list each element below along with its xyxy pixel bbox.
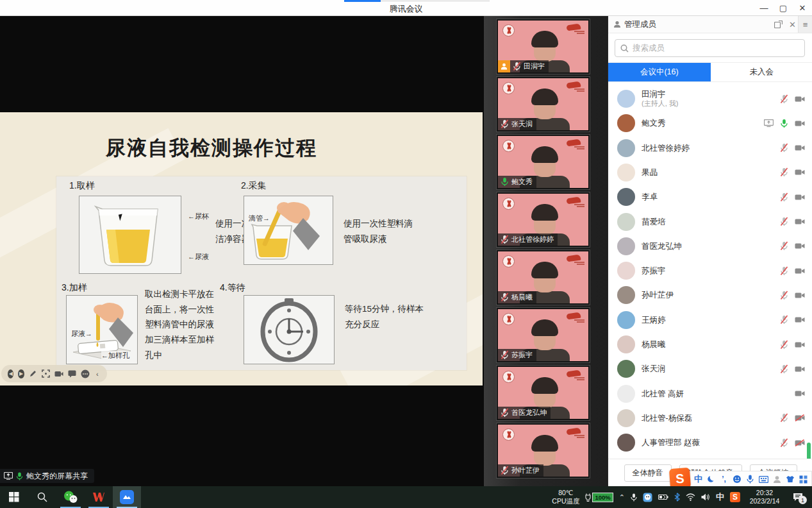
- video-tile[interactable]: 张天润: [497, 77, 590, 131]
- member-row[interactable]: 田润宇 (主持人, 我): [608, 87, 812, 111]
- member-row[interactable]: 李卓: [608, 185, 812, 209]
- camera-off-icon[interactable]: [795, 218, 805, 225]
- camera-off-icon[interactable]: [795, 194, 805, 201]
- mic-muted-icon[interactable]: [780, 266, 788, 276]
- member-row[interactable]: 北社管 高妍: [608, 382, 812, 406]
- mic-muted-icon[interactable]: [780, 241, 788, 251]
- ime-chinese-mode-icon[interactable]: 中: [694, 474, 702, 484]
- camera-icon[interactable]: [54, 369, 63, 378]
- mic-muted-icon[interactable]: [780, 340, 788, 350]
- video-tile[interactable]: 孙叶芷伊: [497, 423, 590, 478]
- mic-muted-icon[interactable]: [780, 438, 788, 448]
- camera-off-slash-icon[interactable]: [795, 439, 805, 446]
- tray-volume-icon[interactable]: [701, 493, 710, 501]
- wps-taskbar-icon[interactable]: [85, 486, 113, 508]
- member-row[interactable]: 张天润: [608, 357, 812, 381]
- mic-muted-icon[interactable]: [780, 217, 788, 226]
- clock[interactable]: 20:32 2023/2/14: [746, 489, 783, 505]
- popout-panel-icon[interactable]: [774, 21, 783, 28]
- camera-off-icon[interactable]: [795, 341, 805, 348]
- member-row[interactable]: 鲍文秀: [608, 111, 812, 135]
- tencent-meeting-taskbar-icon[interactable]: [113, 486, 141, 508]
- video-tile[interactable]: 田润宇: [497, 19, 590, 74]
- member-row[interactable]: 杨晨曦: [608, 332, 812, 357]
- tray-battery-icon[interactable]: [658, 494, 668, 500]
- mic-muted-icon[interactable]: [780, 167, 788, 177]
- chat-icon[interactable]: [68, 369, 76, 378]
- ime-mic-icon[interactable]: [746, 474, 754, 484]
- tray-expand-icon[interactable]: ⌃: [619, 493, 625, 502]
- ime-keyboard-icon[interactable]: [759, 474, 768, 484]
- close-button[interactable]: ✕: [793, 0, 812, 16]
- camera-off-icon[interactable]: [795, 169, 805, 176]
- ime-skin-icon[interactable]: [786, 474, 795, 484]
- next-slide-icon[interactable]: ▶: [18, 369, 24, 378]
- tray-ime-lang[interactable]: 中: [716, 491, 724, 503]
- tray-wifi-icon[interactable]: [686, 493, 695, 501]
- tab-not-joined[interactable]: 未入会: [711, 63, 812, 81]
- action-center-icon[interactable]: 1: [793, 493, 803, 502]
- collapse-toolbar-icon[interactable]: ‹: [94, 369, 101, 378]
- mic-muted-icon: [501, 119, 509, 129]
- ime-moon-icon[interactable]: [707, 474, 715, 484]
- member-row[interactable]: 北社管-杨保磊: [608, 406, 812, 430]
- member-row[interactable]: 果晶: [608, 160, 812, 185]
- battery-status[interactable]: 100%: [585, 493, 613, 502]
- more-options-icon[interactable]: [81, 369, 90, 378]
- camera-off-icon[interactable]: [795, 292, 805, 299]
- tray-bluetooth-icon[interactable]: [674, 493, 680, 502]
- taskbar-search-button[interactable]: [28, 486, 56, 508]
- ime-emoji-icon[interactable]: [733, 474, 742, 484]
- mic-muted-icon[interactable]: [780, 413, 788, 423]
- mic-on-icon[interactable]: [780, 119, 788, 128]
- camera-off-icon[interactable]: [795, 366, 805, 373]
- video-tile[interactable]: 鲍文秀: [497, 135, 590, 189]
- camera-off-icon[interactable]: [795, 144, 805, 151]
- member-row[interactable]: 人事管理部 赵薇: [608, 430, 812, 455]
- tray-mic-icon[interactable]: [631, 493, 637, 502]
- member-row[interactable]: 北社管徐婷婷: [608, 136, 812, 160]
- ime-account-icon[interactable]: [773, 474, 781, 484]
- member-row[interactable]: 王炳婷: [608, 308, 812, 332]
- mic-muted-icon[interactable]: [780, 315, 788, 325]
- search-input[interactable]: [633, 44, 799, 53]
- video-tile[interactable]: 苏振宇: [497, 308, 590, 362]
- camera-off-slash-icon[interactable]: [795, 414, 805, 421]
- member-row[interactable]: 苏振宇: [608, 258, 812, 283]
- ime-toolbox-icon[interactable]: [799, 474, 808, 484]
- prev-slide-icon[interactable]: ◀: [8, 369, 13, 378]
- pencil-annotate-icon[interactable]: [29, 369, 37, 378]
- minimize-button[interactable]: —: [754, 0, 774, 16]
- camera-off-icon[interactable]: [795, 316, 805, 323]
- member-row[interactable]: 首医龙弘坤: [608, 234, 812, 258]
- video-tile[interactable]: 首医龙弘坤: [497, 366, 590, 420]
- video-tile[interactable]: 杨晨曦: [497, 250, 590, 305]
- camera-off-icon[interactable]: [795, 390, 805, 397]
- mic-muted-icon[interactable]: [780, 291, 788, 300]
- mic-muted-icon[interactable]: [780, 94, 788, 104]
- camera-off-icon[interactable]: [795, 242, 805, 250]
- camera-off-icon[interactable]: [795, 96, 805, 103]
- start-button[interactable]: [0, 486, 28, 508]
- panel-menu-button[interactable]: ≡: [798, 16, 812, 33]
- mute-all-button[interactable]: 全体静音: [624, 464, 672, 482]
- mic-muted-icon[interactable]: [780, 143, 788, 153]
- wechat-taskbar-icon[interactable]: [56, 486, 85, 508]
- member-row[interactable]: 孙叶芷伊: [608, 283, 812, 307]
- window-titlebar: 腾讯会议 — ▢ ✕: [0, 0, 812, 16]
- tray-tim-icon[interactable]: [643, 493, 652, 502]
- close-panel-icon[interactable]: ✕: [789, 20, 796, 30]
- ribbon-seal-logo: [502, 198, 515, 210]
- camera-off-icon[interactable]: [795, 267, 805, 275]
- maximize-button[interactable]: ▢: [774, 0, 793, 16]
- focus-frame-icon[interactable]: [42, 369, 50, 378]
- tray-sogou-icon[interactable]: S: [730, 492, 740, 502]
- tab-in-meeting[interactable]: 会议中(16): [608, 63, 711, 81]
- mic-muted-icon[interactable]: [780, 192, 788, 202]
- ime-punctuation-icon[interactable]: ’,: [720, 474, 728, 484]
- video-tile[interactable]: 北社管徐婷婷: [497, 192, 590, 247]
- mic-muted-icon[interactable]: [780, 364, 788, 374]
- member-row[interactable]: 苗爱培: [608, 210, 812, 234]
- camera-off-icon[interactable]: [795, 120, 805, 127]
- member-search-box[interactable]: [615, 39, 805, 57]
